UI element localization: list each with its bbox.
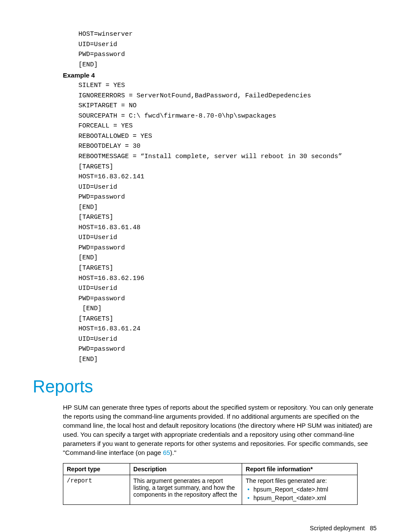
th-description: Description bbox=[130, 463, 242, 475]
reports-table: Report type Description Report file info… bbox=[63, 463, 358, 505]
table-row: /report This argument generates a report… bbox=[63, 475, 358, 505]
file-list: hpsum_Report_<date>.html hpsum_Report_<d… bbox=[246, 485, 354, 503]
example-4-heading: Example 4 bbox=[63, 72, 378, 79]
table-header-row: Report type Description Report file info… bbox=[63, 463, 358, 475]
footer-page-number: 85 bbox=[370, 525, 377, 532]
code-block-example3-tail: HOST=winserver UID=Userid PWD=password [… bbox=[78, 29, 378, 70]
cell-description: This argument generates a report listing… bbox=[130, 475, 242, 505]
cell-report-type: /report bbox=[63, 475, 130, 505]
document-page: HOST=winserver UID=Userid PWD=password [… bbox=[0, 0, 411, 532]
footer-section-name: Scripted deployment bbox=[310, 525, 365, 532]
list-item: hpsum_Report_<date>.xml bbox=[246, 494, 354, 502]
reports-paragraph: HP SUM can generate three types of repor… bbox=[63, 403, 378, 457]
th-report-type: Report type bbox=[63, 463, 130, 475]
list-item: hpsum_Report_<date>.html bbox=[246, 485, 354, 494]
page-link-65[interactable]: 65 bbox=[163, 449, 170, 456]
th-report-file-info: Report file information* bbox=[242, 463, 358, 475]
code-block-example4: SILENT = YES IGNOREERRORS = ServerNotFou… bbox=[78, 81, 378, 364]
reports-paragraph-post: )." bbox=[170, 449, 177, 456]
section-heading-reports: Reports bbox=[33, 377, 378, 396]
page-footer: Scripted deployment 85 bbox=[33, 525, 378, 532]
reports-paragraph-pre: HP SUM can generate three types of repor… bbox=[63, 404, 374, 456]
cell-report-file-info: The report files generated are: hpsum_Re… bbox=[242, 475, 358, 505]
file-intro-text: The report files generated are: bbox=[246, 477, 327, 484]
